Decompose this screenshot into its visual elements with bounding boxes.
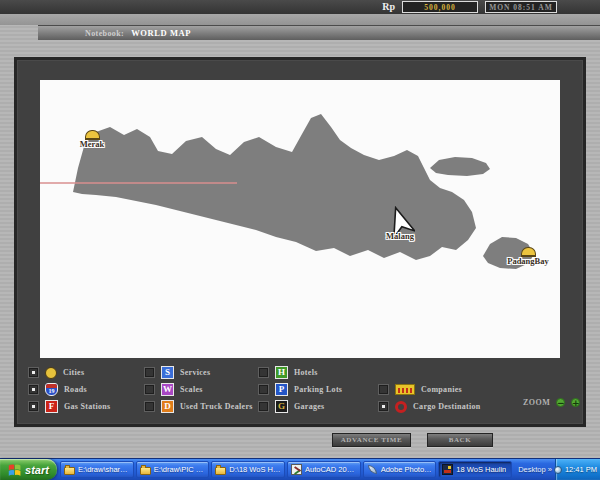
tray-clock: 12:41 PM (565, 465, 597, 474)
legend-item-gas-stations: F Gas Stations (28, 400, 111, 413)
money-value: 500,000 (424, 3, 455, 12)
legend-item-used-truck-dealers: D Used Truck Dealers (144, 400, 253, 413)
used-truck-dealers-checkbox[interactable] (144, 401, 155, 412)
page-title: WORLD MAP (131, 28, 191, 38)
taskbar-item-label: AutoCAD 2007 - [E:\... (305, 465, 357, 474)
services-checkbox[interactable] (144, 367, 155, 378)
zoom-out-button[interactable]: − (556, 398, 565, 407)
legend-item-hotels: H Hotels (258, 366, 318, 379)
tray-app-icon[interactable] (554, 466, 562, 474)
legend-item-garages: G Garages (258, 400, 325, 413)
used-truck-dealers-icon: D (161, 400, 174, 413)
zoom-label: ZOOM (523, 398, 550, 407)
legend-label: Scales (180, 385, 203, 394)
status-bar: Rp 500,000 MON 08:51 AM (0, 0, 600, 14)
legend-label: Cities (63, 368, 84, 377)
header-divider (0, 14, 600, 25)
scales-icon: W (161, 383, 174, 396)
island-silhouette (40, 80, 560, 358)
interstate-shield-icon: 19 (45, 383, 58, 396)
legend-item-roads: 19 Roads (28, 383, 87, 396)
legend-label: Hotels (294, 368, 318, 377)
legend-item-companies: Companies (378, 383, 462, 396)
city-name: Merak (80, 140, 105, 149)
taskbar-item-label: Adobe Photoshop (381, 465, 433, 474)
desktop-toolbar-label: Desktop (518, 465, 546, 474)
game-clock-value: MON 08:51 AM (489, 3, 553, 12)
notebook-label: Notebook: (85, 29, 124, 38)
legend-label: Cargo Destination (413, 402, 481, 411)
taskbar-item-haulin-game[interactable]: 18 WoS Haulin (438, 461, 512, 478)
scales-checkbox[interactable] (144, 384, 155, 395)
advance-time-button[interactable]: ADVANCE TIME (332, 433, 411, 447)
legend-item-services: S Services (144, 366, 210, 379)
city-marker-padangbay[interactable]: PadangBay (502, 247, 554, 266)
legend-label: Used Truck Dealers (180, 402, 253, 411)
parking-lots-checkbox[interactable] (258, 384, 269, 395)
cargo-destination-checkbox[interactable] (378, 401, 389, 412)
folder-icon (215, 467, 226, 475)
game-screen: Rp 500,000 MON 08:51 AM Notebook: WORLD … (0, 0, 600, 480)
city-name: Malang (386, 232, 414, 241)
taskbar-item-label: E:\draw\share of den... (78, 465, 130, 474)
zoom-in-button[interactable]: + (571, 398, 580, 407)
back-button[interactable]: BACK (427, 433, 493, 447)
notebook-header: Notebook: WORLD MAP (38, 25, 600, 40)
parking-lots-icon: P (275, 383, 288, 396)
taskbar-item-label: E:\draw\PIC Gan\PIC ... (154, 465, 206, 474)
city-marker-malang[interactable]: Malang (376, 206, 424, 241)
legend-label: Gas Stations (64, 402, 111, 411)
taskbar-item-label: D:\18 WoS Haulin\mod (229, 465, 281, 474)
game-clock-display: MON 08:51 AM (485, 1, 557, 13)
city-marker-merak[interactable]: Merak (72, 130, 112, 149)
system-tray: 12:41 PM (555, 459, 600, 480)
start-button[interactable]: start (0, 459, 57, 480)
money-display: 500,000 (402, 1, 478, 13)
taskbar-item-explorer-3[interactable]: D:\18 WoS Haulin\mod (211, 461, 285, 478)
gas-stations-checkbox[interactable] (28, 401, 39, 412)
taskbar-item-photoshop[interactable]: Adobe Photoshop (363, 461, 437, 478)
legend-label: Roads (64, 385, 87, 394)
photoshop-icon (367, 464, 378, 475)
desktop-toolbar[interactable]: Desktop » (515, 459, 555, 480)
garages-icon: G (275, 400, 288, 413)
folder-icon (64, 467, 75, 475)
services-icon: S (161, 366, 174, 379)
start-label: start (25, 464, 49, 476)
legend-label: Parking Lots (294, 385, 342, 394)
taskbar-buttons: E:\draw\share of den... E:\draw\PIC Gan\… (57, 459, 515, 480)
legend-item-cities: Cities (28, 366, 84, 379)
companies-sign-icon (395, 384, 415, 395)
taskbar-item-autocad[interactable]: AutoCAD 2007 - [E:\... (287, 461, 361, 478)
city-name: PadangBay (507, 257, 549, 266)
legend-label: Garages (294, 402, 325, 411)
map-frame: Merak Malang PadangBay Cities 19 (14, 57, 586, 427)
taskbar-item-label: 18 WoS Haulin (456, 465, 506, 474)
gas-station-icon: F (45, 400, 58, 413)
companies-checkbox[interactable] (378, 384, 389, 395)
autocad-icon (291, 464, 302, 475)
zoom-controls: ZOOM − + (523, 398, 580, 407)
cities-checkbox[interactable] (28, 367, 39, 378)
legend-item-cargo-destination: Cargo Destination (378, 400, 481, 413)
garages-checkbox[interactable] (258, 401, 269, 412)
windows-flag-icon (8, 463, 22, 476)
legend-item-scales: W Scales (144, 383, 203, 396)
cargo-destination-icon (395, 401, 407, 413)
roads-checkbox[interactable] (28, 384, 39, 395)
haulin-game-icon (442, 464, 453, 475)
taskbar-item-explorer-2[interactable]: E:\draw\PIC Gan\PIC ... (136, 461, 210, 478)
hotels-icon: H (275, 366, 288, 379)
shield-number: 19 (46, 388, 57, 395)
currency-label: Rp (382, 2, 395, 12)
taskbar-item-explorer-1[interactable]: E:\draw\share of den... (60, 461, 134, 478)
legend-label: Companies (421, 385, 462, 394)
cities-icon (45, 367, 57, 379)
legend-item-parking-lots: P Parking Lots (258, 383, 342, 396)
hotels-checkbox[interactable] (258, 367, 269, 378)
legend-label: Services (180, 368, 210, 377)
toolbar-chevron-icon[interactable]: » (548, 465, 552, 474)
world-map[interactable]: Merak Malang PadangBay (40, 80, 560, 358)
folder-icon (140, 467, 151, 475)
windows-taskbar: start E:\draw\share of den... E:\draw\PI… (0, 458, 600, 480)
